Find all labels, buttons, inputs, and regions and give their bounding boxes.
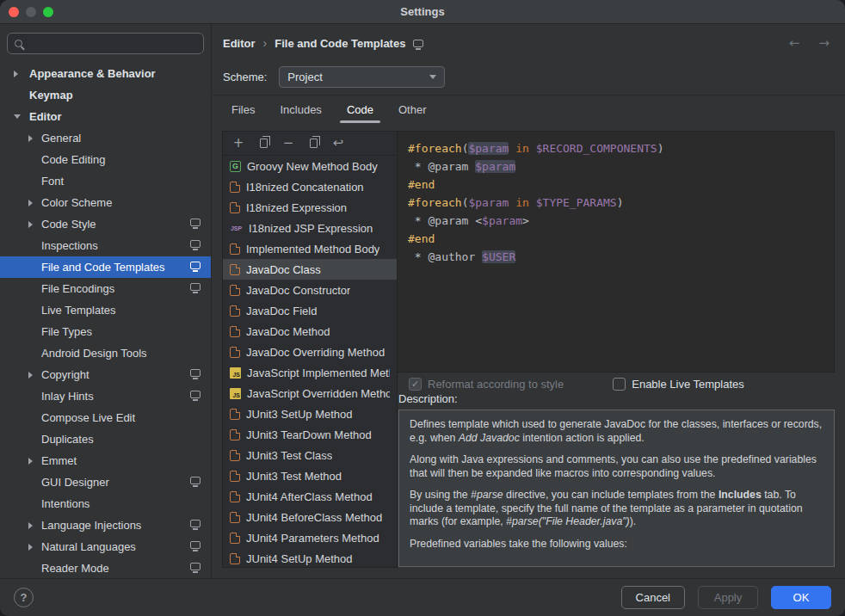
sidebar-item-emmet[interactable]: Emmet: [0, 450, 211, 471]
sidebar-item-appearance-behavior[interactable]: Appearance & Behavior: [0, 63, 211, 84]
ok-button[interactable]: OK: [771, 586, 831, 609]
chevron-right-icon[interactable]: [28, 544, 33, 551]
template-editor[interactable]: #foreach($param in $RECORD_COMPONENTS) *…: [398, 131, 835, 373]
minimize-button[interactable]: [26, 7, 36, 17]
javascript-icon: JS: [230, 388, 241, 399]
cancel-button[interactable]: Cancel: [621, 586, 685, 609]
sidebar-item-reader-mode[interactable]: Reader Mode: [0, 557, 211, 578]
template-icon: [230, 491, 240, 502]
template-item-label: JUnit3 SetUp Method: [246, 408, 353, 421]
sidebar-item-inspections[interactable]: Inspections: [0, 235, 211, 256]
template-item-junit3-test-method[interactable]: JUnit3 Test Method: [223, 465, 397, 486]
sidebar-item-label: File and Code Templates: [41, 261, 165, 274]
template-item-junit4-parameters-method[interactable]: JUnit4 Parameters Method: [223, 527, 397, 548]
breadcrumb: Editor›File and Code Templates←→: [213, 24, 845, 62]
chevron-right-icon[interactable]: [28, 200, 33, 206]
sidebar-item-file-and-code-templates[interactable]: File and Code Templates: [0, 256, 211, 278]
sidebar-item-intentions[interactable]: Intentions: [0, 493, 211, 514]
add-icon[interactable]: +: [231, 137, 245, 151]
template-item-javadoc-constructor[interactable]: JavaDoc Constructor: [223, 280, 397, 300]
sidebar-item-label: File Encodings: [41, 282, 114, 295]
sidebar-item-code-editing[interactable]: Code Editing: [0, 149, 211, 170]
tab-includes[interactable]: Includes: [271, 95, 330, 123]
template-item-junit4-beforeclass-method[interactable]: JUnit4 BeforeClass Method: [223, 507, 397, 527]
sidebar-item-duplicates[interactable]: Duplicates: [0, 428, 211, 450]
template-item-javascript-implemented-method[interactable]: JSJavaScript Implemented Method: [223, 362, 397, 383]
description-label: Description:: [398, 392, 458, 405]
template-icon: [230, 326, 240, 337]
template-icon: [230, 347, 240, 358]
sidebar-item-copyright[interactable]: Copyright: [0, 364, 211, 385]
template-item-i18nized-expression[interactable]: I18nized Expression: [223, 197, 397, 218]
template-item-javadoc-field[interactable]: JavaDoc Field: [223, 300, 397, 321]
copy-icon[interactable]: [256, 137, 270, 151]
zoom-button[interactable]: [43, 7, 53, 17]
tab-files[interactable]: Files: [223, 95, 263, 123]
help-button[interactable]: ?: [14, 588, 34, 607]
revert-icon[interactable]: ↩: [331, 137, 345, 151]
sidebar-item-compose-live-edit[interactable]: Compose Live Edit: [0, 407, 211, 428]
template-item-label: I18nized JSP Expression: [249, 222, 373, 235]
template-item-junit4-afterclass-method[interactable]: JUnit4 AfterClass Method: [223, 486, 397, 507]
sidebar-item-file-types[interactable]: File Types: [0, 321, 211, 342]
sidebar-item-color-scheme[interactable]: Color Scheme: [0, 192, 211, 213]
chevron-right-icon[interactable]: [28, 458, 33, 465]
sidebar-item-label: Code Editing: [41, 153, 105, 166]
sidebar-item-code-style[interactable]: Code Style: [0, 213, 211, 235]
sidebar-item-language-injections[interactable]: Language Injections: [0, 514, 211, 536]
bottom-bar: ? Cancel Apply OK: [0, 578, 845, 616]
chevron-right-icon[interactable]: [28, 522, 33, 529]
sidebar-item-gui-designer[interactable]: GUI Designer: [0, 471, 211, 493]
template-item-i18nized-jsp-expression[interactable]: JSPI18nized JSP Expression: [223, 218, 397, 238]
breadcrumb-item-file-and-code-templates[interactable]: File and Code Templates: [274, 37, 405, 50]
template-item-javadoc-class[interactable]: JavaDoc Class: [223, 259, 397, 280]
settings-search[interactable]: [7, 33, 204, 54]
sidebar-item-android-design-tools[interactable]: Android Design Tools: [0, 342, 211, 364]
sidebar-item-live-templates[interactable]: Live Templates: [0, 299, 211, 321]
tab-other[interactable]: Other: [390, 95, 435, 123]
template-item-javascript-overridden-method[interactable]: JSJavaScript Overridden Method: [223, 383, 397, 403]
close-button[interactable]: [9, 7, 19, 17]
scheme-dropdown[interactable]: Project: [279, 66, 445, 88]
sidebar-item-natural-languages[interactable]: Natural Languages: [0, 536, 211, 557]
sidebar-item-file-encodings[interactable]: File Encodings: [0, 278, 211, 299]
template-item-junit3-test-class[interactable]: JUnit3 Test Class: [223, 445, 397, 465]
scheme-value: Project: [287, 71, 322, 83]
back-arrow-icon[interactable]: ←: [789, 35, 800, 51]
sidebar-item-label: Inspections: [41, 239, 98, 252]
template-item-junit3-teardown-method[interactable]: JUnit3 TearDown Method: [223, 424, 397, 445]
reformat-checkbox[interactable]: Reformat according to style: [409, 378, 564, 391]
apply-button[interactable]: Apply: [698, 586, 758, 609]
chevron-right-icon[interactable]: [14, 71, 18, 77]
remove-icon[interactable]: −: [281, 137, 295, 151]
breadcrumb-item-editor[interactable]: Editor: [223, 37, 256, 50]
chevron-down-icon[interactable]: [14, 114, 21, 119]
sidebar-item-general[interactable]: General: [0, 127, 211, 149]
sidebar-item-font[interactable]: Font: [0, 170, 211, 192]
chevron-right-icon[interactable]: [28, 221, 33, 228]
scheme-row: Scheme: Project: [223, 64, 445, 89]
chevron-right-icon[interactable]: [28, 135, 33, 142]
sidebar-item-keymap[interactable]: Keymap: [0, 84, 211, 106]
forward-arrow-icon[interactable]: →: [818, 35, 830, 51]
template-item-label: JUnit3 Test Class: [246, 449, 332, 462]
template-item-junit3-setup-method[interactable]: JUnit3 SetUp Method: [223, 403, 397, 424]
sidebar-item-label: Intentions: [41, 497, 89, 510]
template-item-groovy-new-method-body[interactable]: GGroovy New Method Body: [223, 156, 397, 176]
tab-code[interactable]: Code: [338, 95, 382, 123]
sidebar-item-editor[interactable]: Editor: [0, 106, 211, 127]
duplicate-icon[interactable]: [306, 137, 320, 151]
template-item-label: JavaDoc Constructor: [246, 284, 350, 297]
template-item-implemented-method-body[interactable]: Implemented Method Body: [223, 238, 397, 259]
template-item-javadoc-overriding-method[interactable]: JavaDoc Overriding Method: [223, 342, 397, 362]
sidebar-item-label: Android Design Tools: [41, 347, 147, 360]
sidebar-item-inlay-hints[interactable]: Inlay Hints: [0, 385, 211, 407]
chevron-right-icon[interactable]: [28, 372, 33, 379]
template-list: GGroovy New Method BodyI18nized Concaten…: [223, 156, 397, 567]
search-input[interactable]: [28, 37, 196, 50]
template-item-junit4-setup-method[interactable]: JUnit4 SetUp Method: [223, 548, 397, 567]
enable-live-templates-checkbox[interactable]: Enable Live Templates: [613, 378, 744, 391]
sidebar-item-label: Copyright: [41, 368, 89, 381]
template-item-javadoc-method[interactable]: JavaDoc Method: [223, 321, 397, 342]
template-item-i18nized-concatenation[interactable]: I18nized Concatenation: [223, 176, 397, 197]
